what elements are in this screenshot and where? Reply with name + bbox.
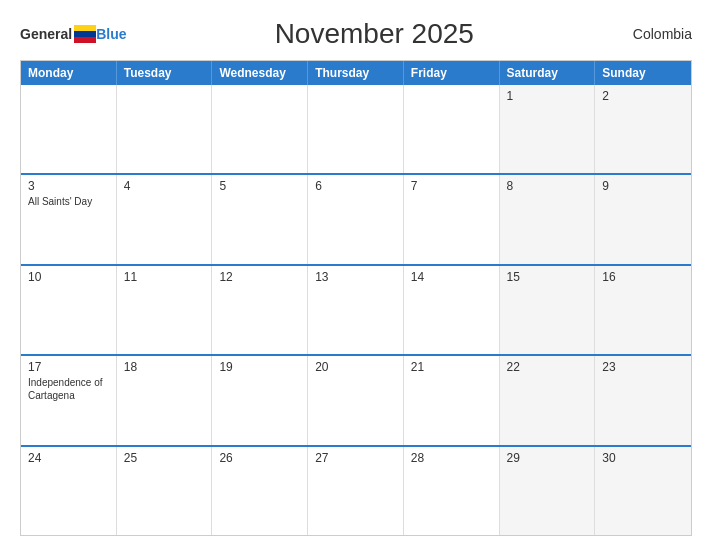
calendar-cell [212, 85, 308, 173]
calendar-cell: 6 [308, 175, 404, 263]
day-number: 8 [507, 179, 588, 193]
day-number: 9 [602, 179, 684, 193]
day-number: 30 [602, 451, 684, 465]
day-number: 13 [315, 270, 396, 284]
calendar-cell: 7 [404, 175, 500, 263]
day-number: 12 [219, 270, 300, 284]
day-number: 6 [315, 179, 396, 193]
calendar-cell: 12 [212, 266, 308, 354]
calendar-cell: 28 [404, 447, 500, 535]
calendar-week-4: 17Independence of Cartagena181920212223 [21, 356, 691, 446]
day-number: 16 [602, 270, 684, 284]
calendar-cell [404, 85, 500, 173]
calendar-body: 123All Saints' Day4567891011121314151617… [21, 85, 691, 535]
calendar-cell: 2 [595, 85, 691, 173]
calendar-cell: 26 [212, 447, 308, 535]
calendar-grid: Monday Tuesday Wednesday Thursday Friday… [20, 60, 692, 536]
calendar-cell [21, 85, 117, 173]
page-header: General Blue November 2025 Colombia [20, 18, 692, 50]
svg-rect-2 [74, 37, 96, 43]
day-number: 29 [507, 451, 588, 465]
day-number: 27 [315, 451, 396, 465]
day-number: 21 [411, 360, 492, 374]
calendar-week-3: 10111213141516 [21, 266, 691, 356]
day-number: 25 [124, 451, 205, 465]
svg-rect-1 [74, 31, 96, 37]
calendar-cell: 19 [212, 356, 308, 444]
day-number: 14 [411, 270, 492, 284]
calendar-cell: 1 [500, 85, 596, 173]
country-label: Colombia [622, 26, 692, 42]
calendar-cell: 24 [21, 447, 117, 535]
day-number: 4 [124, 179, 205, 193]
calendar-cell: 14 [404, 266, 500, 354]
day-event: Independence of Cartagena [28, 376, 109, 402]
calendar-cell: 20 [308, 356, 404, 444]
calendar-cell: 27 [308, 447, 404, 535]
day-number: 5 [219, 179, 300, 193]
day-number: 22 [507, 360, 588, 374]
calendar-cell: 30 [595, 447, 691, 535]
day-number: 28 [411, 451, 492, 465]
weekday-monday: Monday [21, 61, 117, 85]
calendar-week-1: 12 [21, 85, 691, 175]
calendar-cell: 18 [117, 356, 213, 444]
logo-blue-text: Blue [96, 27, 126, 41]
day-number: 19 [219, 360, 300, 374]
calendar-cell: 9 [595, 175, 691, 263]
weekday-friday: Friday [404, 61, 500, 85]
calendar-cell [308, 85, 404, 173]
day-number: 1 [507, 89, 588, 103]
calendar-title: November 2025 [126, 18, 622, 50]
calendar-cell [117, 85, 213, 173]
calendar-cell: 15 [500, 266, 596, 354]
weekday-saturday: Saturday [500, 61, 596, 85]
weekday-thursday: Thursday [308, 61, 404, 85]
calendar-page: General Blue November 2025 Colombia Mond… [0, 0, 712, 550]
day-event: All Saints' Day [28, 195, 109, 208]
day-number: 10 [28, 270, 109, 284]
calendar-cell: 10 [21, 266, 117, 354]
logo-general-text: General [20, 27, 72, 41]
day-number: 11 [124, 270, 205, 284]
calendar-cell: 5 [212, 175, 308, 263]
calendar-cell: 4 [117, 175, 213, 263]
logo: General Blue [20, 25, 126, 43]
day-number: 3 [28, 179, 109, 193]
svg-rect-0 [74, 25, 96, 31]
day-number: 26 [219, 451, 300, 465]
day-number: 23 [602, 360, 684, 374]
calendar-cell: 29 [500, 447, 596, 535]
calendar-cell: 13 [308, 266, 404, 354]
logo-flag-icon [74, 25, 96, 43]
day-number: 7 [411, 179, 492, 193]
calendar-cell: 3All Saints' Day [21, 175, 117, 263]
calendar-header-row: Monday Tuesday Wednesday Thursday Friday… [21, 61, 691, 85]
calendar-cell: 16 [595, 266, 691, 354]
day-number: 20 [315, 360, 396, 374]
calendar-cell: 17Independence of Cartagena [21, 356, 117, 444]
day-number: 17 [28, 360, 109, 374]
day-number: 18 [124, 360, 205, 374]
calendar-cell: 21 [404, 356, 500, 444]
calendar-cell: 23 [595, 356, 691, 444]
day-number: 2 [602, 89, 684, 103]
calendar-cell: 11 [117, 266, 213, 354]
weekday-sunday: Sunday [595, 61, 691, 85]
calendar-cell: 8 [500, 175, 596, 263]
calendar-week-2: 3All Saints' Day456789 [21, 175, 691, 265]
weekday-wednesday: Wednesday [212, 61, 308, 85]
calendar-cell: 25 [117, 447, 213, 535]
calendar-week-5: 24252627282930 [21, 447, 691, 535]
day-number: 24 [28, 451, 109, 465]
weekday-tuesday: Tuesday [117, 61, 213, 85]
calendar-cell: 22 [500, 356, 596, 444]
day-number: 15 [507, 270, 588, 284]
